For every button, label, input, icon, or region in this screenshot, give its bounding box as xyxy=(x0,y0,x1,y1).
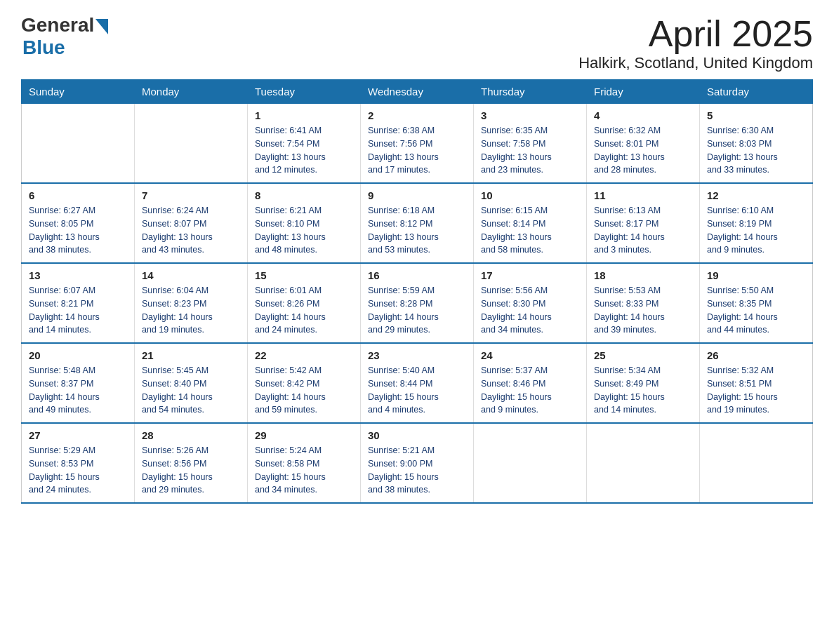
calendar-cell: 4Sunrise: 6:32 AM Sunset: 8:01 PM Daylig… xyxy=(587,104,700,184)
calendar-cell xyxy=(135,104,248,184)
calendar-cell: 13Sunrise: 6:07 AM Sunset: 8:21 PM Dayli… xyxy=(22,263,135,343)
day-number: 27 xyxy=(29,429,127,441)
header-thursday: Thursday xyxy=(474,80,587,104)
day-info: Sunrise: 6:07 AM Sunset: 8:21 PM Dayligh… xyxy=(29,284,127,337)
day-info: Sunrise: 6:01 AM Sunset: 8:26 PM Dayligh… xyxy=(255,284,353,337)
day-info: Sunrise: 5:29 AM Sunset: 8:53 PM Dayligh… xyxy=(29,444,127,497)
logo-blue-text: Blue xyxy=(22,36,65,59)
day-number: 19 xyxy=(707,269,805,281)
day-number: 10 xyxy=(481,189,579,201)
day-number: 23 xyxy=(368,349,466,361)
day-info: Sunrise: 5:48 AM Sunset: 8:37 PM Dayligh… xyxy=(29,364,127,417)
day-number: 17 xyxy=(481,269,579,281)
calendar-cell: 2Sunrise: 6:38 AM Sunset: 7:56 PM Daylig… xyxy=(361,104,474,184)
calendar-table: Sunday Monday Tuesday Wednesday Thursday… xyxy=(21,79,813,504)
day-number: 16 xyxy=(368,269,466,281)
day-info: Sunrise: 5:24 AM Sunset: 8:58 PM Dayligh… xyxy=(255,444,353,497)
calendar-cell: 27Sunrise: 5:29 AM Sunset: 8:53 PM Dayli… xyxy=(22,423,135,503)
calendar-week-row: 6Sunrise: 6:27 AM Sunset: 8:05 PM Daylig… xyxy=(22,183,813,263)
day-info: Sunrise: 6:10 AM Sunset: 8:19 PM Dayligh… xyxy=(707,204,805,257)
calendar-cell: 21Sunrise: 5:45 AM Sunset: 8:40 PM Dayli… xyxy=(135,343,248,423)
day-info: Sunrise: 5:26 AM Sunset: 8:56 PM Dayligh… xyxy=(142,444,240,497)
day-info: Sunrise: 5:37 AM Sunset: 8:46 PM Dayligh… xyxy=(481,364,579,417)
logo-arrow-icon xyxy=(95,19,108,34)
calendar-cell: 24Sunrise: 5:37 AM Sunset: 8:46 PM Dayli… xyxy=(474,343,587,423)
calendar-cell: 22Sunrise: 5:42 AM Sunset: 8:42 PM Dayli… xyxy=(248,343,361,423)
calendar-week-row: 1Sunrise: 6:41 AM Sunset: 7:54 PM Daylig… xyxy=(22,104,813,184)
calendar-week-row: 27Sunrise: 5:29 AM Sunset: 8:53 PM Dayli… xyxy=(22,423,813,503)
calendar-cell: 5Sunrise: 6:30 AM Sunset: 8:03 PM Daylig… xyxy=(700,104,813,184)
day-info: Sunrise: 6:30 AM Sunset: 8:03 PM Dayligh… xyxy=(707,124,805,177)
header-sunday: Sunday xyxy=(22,80,135,104)
header-saturday: Saturday xyxy=(700,80,813,104)
page-header: General Blue April 2025 Halkirk, Scotlan… xyxy=(21,14,813,72)
calendar-cell: 15Sunrise: 6:01 AM Sunset: 8:26 PM Dayli… xyxy=(248,263,361,343)
logo-general-text: General xyxy=(21,14,94,36)
calendar-cell xyxy=(474,423,587,503)
day-number: 18 xyxy=(594,269,692,281)
calendar-cell: 1Sunrise: 6:41 AM Sunset: 7:54 PM Daylig… xyxy=(248,104,361,184)
day-info: Sunrise: 5:59 AM Sunset: 8:28 PM Dayligh… xyxy=(368,284,466,337)
calendar-cell: 7Sunrise: 6:24 AM Sunset: 8:07 PM Daylig… xyxy=(135,183,248,263)
day-info: Sunrise: 5:34 AM Sunset: 8:49 PM Dayligh… xyxy=(594,364,692,417)
calendar-cell xyxy=(700,423,813,503)
day-info: Sunrise: 6:32 AM Sunset: 8:01 PM Dayligh… xyxy=(594,124,692,177)
calendar-cell: 6Sunrise: 6:27 AM Sunset: 8:05 PM Daylig… xyxy=(22,183,135,263)
day-number: 20 xyxy=(29,349,127,361)
day-number: 12 xyxy=(707,189,805,201)
day-number: 28 xyxy=(142,429,240,441)
day-info: Sunrise: 6:41 AM Sunset: 7:54 PM Dayligh… xyxy=(255,124,353,177)
calendar-title: April 2025 xyxy=(578,14,813,54)
calendar-cell: 30Sunrise: 5:21 AM Sunset: 9:00 PM Dayli… xyxy=(361,423,474,503)
calendar-cell: 14Sunrise: 6:04 AM Sunset: 8:23 PM Dayli… xyxy=(135,263,248,343)
calendar-cell: 10Sunrise: 6:15 AM Sunset: 8:14 PM Dayli… xyxy=(474,183,587,263)
calendar-cell: 18Sunrise: 5:53 AM Sunset: 8:33 PM Dayli… xyxy=(587,263,700,343)
day-info: Sunrise: 6:04 AM Sunset: 8:23 PM Dayligh… xyxy=(142,284,240,337)
day-number: 14 xyxy=(142,269,240,281)
calendar-subtitle: Halkirk, Scotland, United Kingdom xyxy=(578,54,813,72)
calendar-cell: 3Sunrise: 6:35 AM Sunset: 7:58 PM Daylig… xyxy=(474,104,587,184)
day-info: Sunrise: 5:21 AM Sunset: 9:00 PM Dayligh… xyxy=(368,444,466,497)
calendar-cell: 23Sunrise: 5:40 AM Sunset: 8:44 PM Dayli… xyxy=(361,343,474,423)
day-info: Sunrise: 6:27 AM Sunset: 8:05 PM Dayligh… xyxy=(29,204,127,257)
day-info: Sunrise: 5:40 AM Sunset: 8:44 PM Dayligh… xyxy=(368,364,466,417)
calendar-cell: 8Sunrise: 6:21 AM Sunset: 8:10 PM Daylig… xyxy=(248,183,361,263)
day-number: 11 xyxy=(594,189,692,201)
logo: General Blue xyxy=(21,14,108,59)
calendar-cell: 17Sunrise: 5:56 AM Sunset: 8:30 PM Dayli… xyxy=(474,263,587,343)
calendar-cell xyxy=(22,104,135,184)
day-info: Sunrise: 5:53 AM Sunset: 8:33 PM Dayligh… xyxy=(594,284,692,337)
day-number: 22 xyxy=(255,349,353,361)
day-info: Sunrise: 5:56 AM Sunset: 8:30 PM Dayligh… xyxy=(481,284,579,337)
day-number: 30 xyxy=(368,429,466,441)
calendar-cell: 26Sunrise: 5:32 AM Sunset: 8:51 PM Dayli… xyxy=(700,343,813,423)
day-info: Sunrise: 6:13 AM Sunset: 8:17 PM Dayligh… xyxy=(594,204,692,257)
day-number: 6 xyxy=(29,189,127,201)
calendar-cell: 9Sunrise: 6:18 AM Sunset: 8:12 PM Daylig… xyxy=(361,183,474,263)
day-number: 2 xyxy=(368,109,466,121)
calendar-cell xyxy=(587,423,700,503)
day-number: 4 xyxy=(594,109,692,121)
day-number: 9 xyxy=(368,189,466,201)
day-number: 21 xyxy=(142,349,240,361)
header-tuesday: Tuesday xyxy=(248,80,361,104)
day-info: Sunrise: 6:15 AM Sunset: 8:14 PM Dayligh… xyxy=(481,204,579,257)
day-number: 15 xyxy=(255,269,353,281)
day-info: Sunrise: 5:45 AM Sunset: 8:40 PM Dayligh… xyxy=(142,364,240,417)
header-wednesday: Wednesday xyxy=(361,80,474,104)
day-number: 26 xyxy=(707,349,805,361)
day-number: 1 xyxy=(255,109,353,121)
calendar-cell: 28Sunrise: 5:26 AM Sunset: 8:56 PM Dayli… xyxy=(135,423,248,503)
day-info: Sunrise: 6:38 AM Sunset: 7:56 PM Dayligh… xyxy=(368,124,466,177)
calendar-header-row: Sunday Monday Tuesday Wednesday Thursday… xyxy=(22,80,813,104)
header-friday: Friday xyxy=(587,80,700,104)
day-number: 29 xyxy=(255,429,353,441)
calendar-cell: 11Sunrise: 6:13 AM Sunset: 8:17 PM Dayli… xyxy=(587,183,700,263)
calendar-cell: 25Sunrise: 5:34 AM Sunset: 8:49 PM Dayli… xyxy=(587,343,700,423)
day-info: Sunrise: 6:35 AM Sunset: 7:58 PM Dayligh… xyxy=(481,124,579,177)
calendar-week-row: 20Sunrise: 5:48 AM Sunset: 8:37 PM Dayli… xyxy=(22,343,813,423)
day-number: 24 xyxy=(481,349,579,361)
day-info: Sunrise: 5:42 AM Sunset: 8:42 PM Dayligh… xyxy=(255,364,353,417)
calendar-week-row: 13Sunrise: 6:07 AM Sunset: 8:21 PM Dayli… xyxy=(22,263,813,343)
calendar-cell: 16Sunrise: 5:59 AM Sunset: 8:28 PM Dayli… xyxy=(361,263,474,343)
